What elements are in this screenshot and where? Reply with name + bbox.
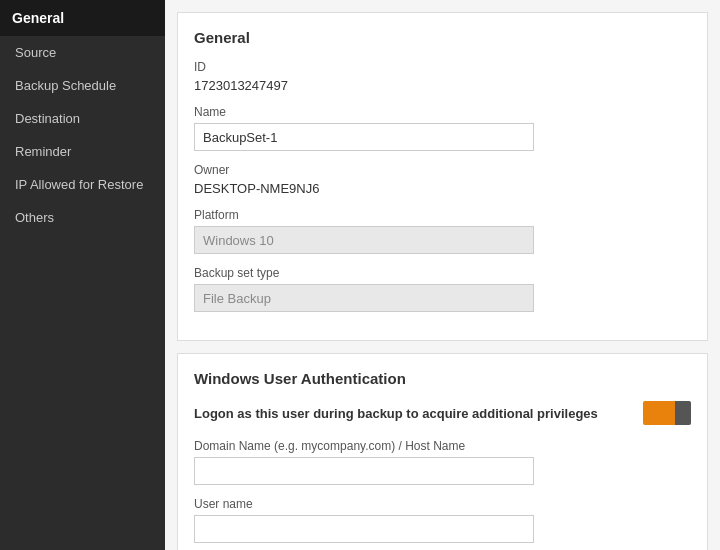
general-section: General ID 1723013247497 Name Owner DESK… (177, 12, 708, 341)
auth-section: Windows User Authentication Logon as thi… (177, 353, 708, 550)
owner-field-group: Owner DESKTOP-NME9NJ6 (194, 163, 691, 196)
name-label: Name (194, 105, 691, 119)
toggle-off-part (675, 401, 691, 425)
backup-set-type-input (194, 284, 534, 312)
sidebar-item-backup-schedule[interactable]: Backup Schedule (0, 69, 165, 102)
sidebar-item-source[interactable]: Source (0, 36, 165, 69)
username-field-group: User name (194, 497, 691, 543)
domain-label: Domain Name (e.g. mycompany.com) / Host … (194, 439, 691, 453)
backup-set-type-label: Backup set type (194, 266, 691, 280)
backup-set-type-field-group: Backup set type (194, 266, 691, 312)
sidebar-item-destination[interactable]: Destination (0, 102, 165, 135)
sidebar-item-ip-allowed-for-restore[interactable]: IP Allowed for Restore (0, 168, 165, 201)
id-label: ID (194, 60, 691, 74)
username-label: User name (194, 497, 691, 511)
platform-label: Platform (194, 208, 691, 222)
id-field-group: ID 1723013247497 (194, 60, 691, 93)
logon-label: Logon as this user during backup to acqu… (194, 406, 598, 421)
domain-input[interactable] (194, 457, 534, 485)
toggle-on-part (643, 401, 675, 425)
sidebar-item-reminder[interactable]: Reminder (0, 135, 165, 168)
main-content: General ID 1723013247497 Name Owner DESK… (165, 0, 720, 550)
platform-input (194, 226, 534, 254)
sidebar-header: General (0, 0, 165, 36)
toggle-wrap[interactable] (643, 401, 691, 425)
sidebar-item-others[interactable]: Others (0, 201, 165, 234)
name-input[interactable] (194, 123, 534, 151)
username-input[interactable] (194, 515, 534, 543)
sidebar: General Source Backup Schedule Destinati… (0, 0, 165, 550)
general-section-title: General (194, 29, 691, 46)
platform-field-group: Platform (194, 208, 691, 254)
owner-value: DESKTOP-NME9NJ6 (194, 181, 691, 196)
owner-label: Owner (194, 163, 691, 177)
auth-section-title: Windows User Authentication (194, 370, 691, 387)
toggle-button[interactable] (643, 401, 691, 425)
auth-logon-row: Logon as this user during backup to acqu… (194, 401, 691, 425)
id-value: 1723013247497 (194, 78, 691, 93)
domain-field-group: Domain Name (e.g. mycompany.com) / Host … (194, 439, 691, 485)
name-field-group: Name (194, 105, 691, 151)
